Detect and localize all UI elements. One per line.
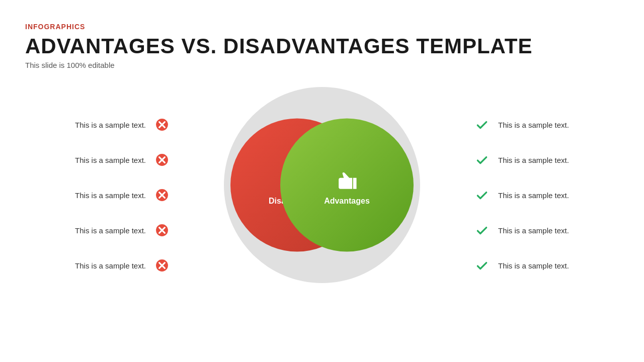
check-icon-3 [475,188,489,202]
list-item: This is a sample text. [50,107,169,142]
list-item: This is a sample text. [50,177,169,213]
x-icon-2 [155,153,169,167]
venn-diagram: Disadvantages Advantages [216,79,428,291]
left-item-text-4: This is a sample text. [50,226,146,235]
check-icon-1 [475,118,489,132]
list-item: This is a sample text. [50,248,169,283]
left-item-text-3: This is a sample text. [50,191,146,200]
right-item-text-2: This is a sample text. [498,156,594,164]
x-icon-3 [155,188,169,202]
right-item-text-4: This is a sample text. [498,226,594,235]
venn-outer: Disadvantages Advantages [221,84,423,286]
left-list: This is a sample text. This is a sample … [50,79,169,311]
right-list: This is a sample text. This is a sample … [475,79,594,311]
slide: Infographics ADVANTAGES VS. DISADVANTAGE… [0,0,644,362]
check-icon-5 [475,258,489,273]
list-item: This is a sample text. [50,213,169,248]
thumbs-up-icon [334,165,361,192]
subtitle: This slide is 100% editable [25,61,619,69]
x-icon-5 [155,258,169,273]
list-item: This is a sample text. [475,213,594,248]
x-icon-4 [155,223,169,237]
advantages-label: Advantages [324,196,370,205]
right-item-text-5: This is a sample text. [498,261,594,270]
advantages-circle: Advantages [280,119,414,252]
right-item-text-1: This is a sample text. [498,121,594,129]
header: Infographics ADVANTAGES VS. DISADVANTAGE… [25,23,619,69]
main-title: ADVANTAGES VS. DISADVANTAGES TEMPLATE [25,35,619,58]
right-item-text-3: This is a sample text. [498,191,594,200]
list-item: This is a sample text. [475,248,594,283]
check-icon-4 [475,223,489,237]
list-item: This is a sample text. [475,142,594,177]
list-item: This is a sample text. [50,142,169,177]
content-area: This is a sample text. This is a sample … [25,79,619,311]
category-label: Infographics [25,23,619,31]
list-item: This is a sample text. [475,107,594,142]
left-item-text-1: This is a sample text. [50,121,146,129]
check-icon-2 [475,153,489,167]
x-icon-1 [155,118,169,132]
list-item: This is a sample text. [475,177,594,213]
left-item-text-5: This is a sample text. [50,261,146,270]
left-item-text-2: This is a sample text. [50,156,146,164]
